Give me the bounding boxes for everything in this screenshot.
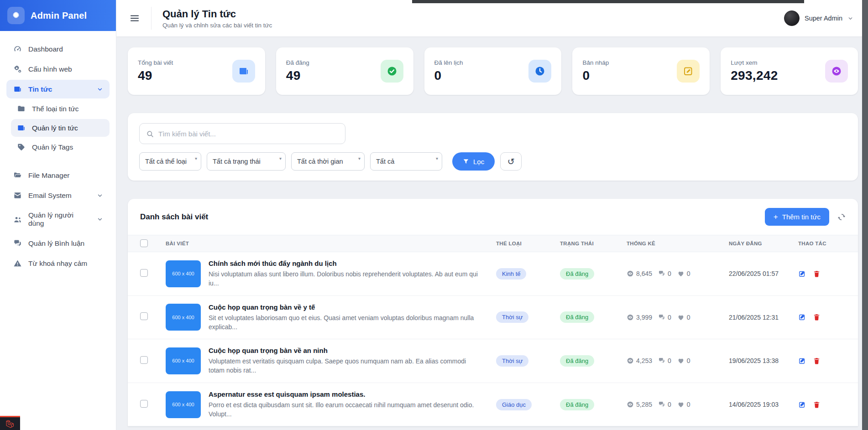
- sidebar-item-label: Email System: [28, 192, 72, 200]
- sidebar-item-label: Quản lý tin tức: [32, 124, 78, 132]
- check-circle-icon: [381, 60, 403, 83]
- sidebar-item-label: Thể loại tin tức: [32, 105, 79, 113]
- stat-text: Đã lên lịch0: [434, 59, 463, 83]
- avatar: [784, 10, 800, 26]
- edit-icon[interactable]: [798, 401, 806, 409]
- filter-button[interactable]: Lọc: [452, 152, 495, 171]
- sidebar-item-gauge[interactable]: Dashboard: [6, 40, 110, 58]
- trash-icon[interactable]: [813, 357, 821, 365]
- row-checkbox[interactable]: [140, 269, 148, 277]
- select-all-checkbox[interactable]: [140, 239, 148, 247]
- panel-title: Danh sách bài viết: [140, 212, 208, 222]
- user-menu[interactable]: Super Admin: [784, 10, 853, 26]
- views-stat: 3,999: [627, 314, 652, 321]
- admin-app: Admin Panel DashboardCấu hình webTin tức…: [0, 0, 868, 430]
- article-excerpt: Nisi voluptatum alias sunt libero illum.…: [209, 269, 480, 288]
- search-icon: [146, 130, 154, 138]
- views-count: 3,999: [636, 314, 652, 321]
- article-excerpt: Sit et voluptates laboriosam quo et eius…: [209, 313, 480, 332]
- stats-cell: 3,99900: [627, 314, 729, 321]
- refresh-icon[interactable]: [837, 213, 846, 221]
- sidebar-item-comments[interactable]: Quản lý Bình luận: [6, 234, 110, 253]
- stat-text: Bản nháp0: [582, 59, 609, 83]
- stat-label: Tổng bài viết: [138, 59, 173, 66]
- clock-icon: [528, 60, 551, 83]
- likes-count: 0: [687, 314, 690, 321]
- comments-icon: [13, 239, 22, 248]
- gear-icon: [7, 7, 25, 24]
- article-title: Cuộc họp quan trọng bàn về an ninh: [209, 347, 480, 354]
- row-checkbox[interactable]: [140, 312, 148, 320]
- sidebar-item-gears[interactable]: Cấu hình web: [6, 60, 110, 78]
- comment-icon: [658, 401, 665, 408]
- funnel-icon: [463, 158, 469, 165]
- main-area: Quản lý Tin tức Quản lý và chỉnh sửa các…: [116, 0, 868, 430]
- sidebar-item-newspaper[interactable]: Tin tức: [6, 80, 110, 98]
- page-scrollbar[interactable]: [862, 0, 868, 430]
- comments-count: 0: [668, 270, 671, 277]
- select-value: Tất cả thể loại: [145, 158, 187, 165]
- laravel-debugbar-toggle[interactable]: [0, 416, 20, 430]
- article-cell: 600 x 400Aspernatur esse est quisquam ip…: [166, 390, 496, 419]
- row-checkbox[interactable]: [140, 356, 148, 364]
- chevron-down-icon: [97, 192, 103, 199]
- stat-text: Tổng bài viết49: [138, 59, 173, 83]
- article-cell: 600 x 400Cuộc họp quan trọng bàn về an n…: [166, 347, 496, 375]
- table-row: 600 x 400Cuộc họp quan trọng bàn về y tế…: [128, 296, 858, 340]
- add-article-button[interactable]: + Thêm tin tức: [765, 208, 829, 226]
- status-badge: Đã đăng: [560, 399, 594, 410]
- filter-select[interactable]: Tất cả trạng thái▾: [207, 152, 286, 171]
- trash-icon[interactable]: [813, 313, 821, 321]
- row-actions: [798, 270, 846, 278]
- article-title: Chính sách mới thúc đẩy ngành du lịch: [209, 259, 480, 267]
- sidebar-item-tag[interactable]: Quản lý Tags: [11, 138, 110, 156]
- filter-row: Tất cả thể loại▾Tất cả trạng thái▾Tất cả…: [139, 152, 847, 171]
- table-row: 600 x 400Cuộc họp quan trọng bàn về an n…: [128, 339, 858, 383]
- category-badge: Kinh tế: [496, 268, 526, 280]
- sidebar-item-users[interactable]: Quản lý người dùng: [6, 206, 110, 233]
- row-checkbox[interactable]: [140, 400, 148, 408]
- sidebar-item-label: Quản lý người dùng: [28, 211, 91, 228]
- edit-icon[interactable]: [798, 357, 806, 365]
- sidebar-item-folder[interactable]: Thể loại tin tức: [11, 100, 110, 118]
- reset-filters-button[interactable]: ↺: [500, 152, 522, 171]
- stat-value: 293,242: [731, 68, 778, 83]
- envelope-icon: [13, 191, 22, 200]
- sidebar-item-label: Từ khoá nhạy cảm: [28, 259, 87, 268]
- table-row: 600 x 400Aspernatur esse est quisquam ip…: [128, 383, 858, 427]
- sidebar-item-envelope[interactable]: Email System: [6, 186, 110, 205]
- search-input[interactable]: [158, 130, 339, 138]
- eye-circle-icon: [627, 314, 634, 321]
- trash-icon[interactable]: [813, 401, 821, 409]
- comments-stat: 0: [658, 357, 671, 364]
- article-thumbnail: 600 x 400: [166, 391, 201, 418]
- hamburger-menu-icon[interactable]: [129, 13, 140, 24]
- filter-select[interactable]: Tất cả thời gian▾: [291, 152, 365, 171]
- chevron-down-icon: [97, 216, 103, 223]
- sidebar-item-warning[interactable]: Từ khoá nhạy cảm: [6, 254, 110, 273]
- tag-icon: [16, 143, 26, 151]
- select-value: Tất cả: [376, 158, 394, 165]
- stat-text: Lượt xem293,242: [731, 59, 778, 83]
- sidebar-item-newspaper[interactable]: Quản lý tin tức: [11, 119, 110, 137]
- caret-down-icon: ▾: [279, 156, 282, 161]
- edit-icon[interactable]: [798, 313, 806, 321]
- filter-select[interactable]: Tất cả thể loại▾: [139, 152, 201, 171]
- laravel-logo-icon: [5, 419, 15, 428]
- stat-card: Lượt xem293,242: [721, 47, 858, 95]
- article-title: Aspernatur esse est quisquam ipsam moles…: [209, 390, 480, 398]
- caret-down-icon: ▾: [358, 156, 361, 161]
- heart-icon: [677, 270, 685, 277]
- article-text: Chính sách mới thúc đẩy ngành du lịchNis…: [209, 259, 480, 288]
- gauge-icon: [13, 45, 22, 53]
- filter-select[interactable]: Tất cả▾: [370, 152, 442, 171]
- newspaper-icon: [13, 85, 22, 93]
- row-actions: [798, 313, 846, 321]
- sidebar-item-folder-open[interactable]: File Manager: [6, 166, 110, 185]
- trash-icon[interactable]: [813, 270, 821, 278]
- column-header: BÀI VIẾT: [166, 241, 496, 246]
- sidebar-item-label: Cấu hình web: [28, 65, 72, 73]
- topbar: Quản lý Tin tức Quản lý và chỉnh sửa các…: [116, 0, 868, 36]
- gears-icon: [13, 65, 22, 73]
- edit-icon[interactable]: [798, 270, 806, 278]
